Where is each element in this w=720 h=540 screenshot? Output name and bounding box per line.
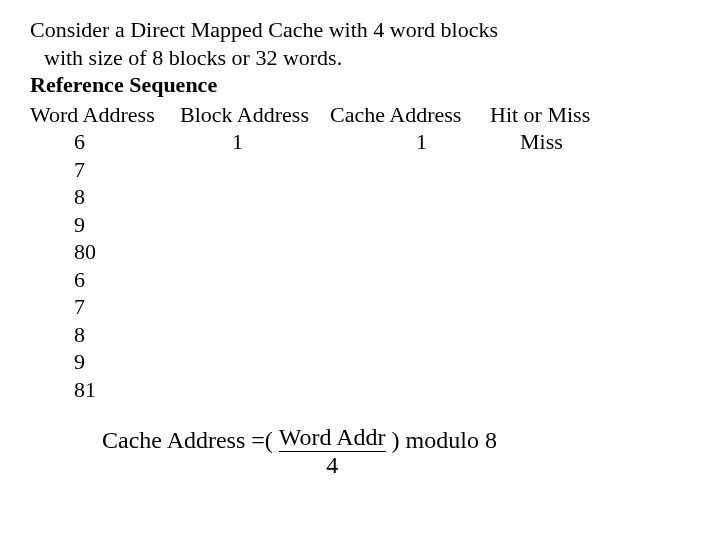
- cell-cache: [330, 156, 490, 184]
- cell-word: 7: [30, 293, 180, 321]
- table-row: 81: [30, 376, 712, 404]
- formula-right: ) modulo 8: [386, 425, 497, 455]
- table-row: 9: [30, 348, 712, 376]
- cell-cache: 1: [330, 128, 490, 156]
- reference-table: Word Address Block Address Cache Address…: [30, 101, 712, 404]
- table-row: 80: [30, 238, 712, 266]
- cell-word: 80: [30, 238, 180, 266]
- cell-cache: [330, 376, 490, 404]
- intro-block: Consider a Direct Mapped Cache with 4 wo…: [30, 16, 712, 99]
- cell-word: 8: [30, 183, 180, 211]
- cell-block: 1: [180, 128, 330, 156]
- header-word-address: Word Address: [30, 101, 180, 129]
- header-block-address: Block Address: [180, 101, 330, 129]
- formula-denominator: 4: [326, 453, 338, 478]
- header-cache-address: Cache Address: [330, 101, 490, 129]
- header-hit-or-miss: Hit or Miss: [490, 101, 630, 129]
- cell-cache: [330, 348, 490, 376]
- table-header-row: Word Address Block Address Cache Address…: [30, 101, 712, 129]
- cell-block: [180, 266, 330, 294]
- cell-word: 7: [30, 156, 180, 184]
- cell-hit: [490, 238, 630, 266]
- table-row: 8: [30, 183, 712, 211]
- formula-left: Cache Address =(: [102, 425, 279, 455]
- cell-block: [180, 348, 330, 376]
- cell-cache: [330, 183, 490, 211]
- formula-fraction: Word Addr 4: [279, 425, 386, 478]
- cell-word: 81: [30, 376, 180, 404]
- cell-word: 6: [30, 266, 180, 294]
- cell-hit: [490, 293, 630, 321]
- cell-block: [180, 293, 330, 321]
- cell-hit: [490, 211, 630, 239]
- cell-word: 6: [30, 128, 180, 156]
- cell-block: [180, 156, 330, 184]
- cell-cache: [330, 293, 490, 321]
- cell-block: [180, 238, 330, 266]
- cell-cache: [330, 266, 490, 294]
- cell-hit: [490, 266, 630, 294]
- cell-hit: [490, 321, 630, 349]
- cell-block: [180, 183, 330, 211]
- cell-hit: [490, 348, 630, 376]
- cell-block: [180, 211, 330, 239]
- table-row: 9: [30, 211, 712, 239]
- table-row: 6: [30, 266, 712, 294]
- table-row: 6 1 1 Miss: [30, 128, 712, 156]
- cell-hit: [490, 156, 630, 184]
- formula-numerator: Word Addr: [279, 425, 386, 450]
- cell-word: 9: [30, 348, 180, 376]
- table-row: 8: [30, 321, 712, 349]
- table-row: 7: [30, 293, 712, 321]
- cell-block: [180, 321, 330, 349]
- cell-cache: [330, 321, 490, 349]
- cell-block: [180, 376, 330, 404]
- cell-word: 9: [30, 211, 180, 239]
- cell-word: 8: [30, 321, 180, 349]
- cell-hit: [490, 376, 630, 404]
- cache-address-formula: Cache Address =( Word Addr 4 ) modulo 8: [102, 425, 712, 478]
- cell-hit: Miss: [490, 128, 630, 156]
- intro-line-1: Consider a Direct Mapped Cache with 4 wo…: [30, 16, 712, 44]
- cell-hit: [490, 183, 630, 211]
- table-row: 7: [30, 156, 712, 184]
- cell-cache: [330, 238, 490, 266]
- cell-cache: [330, 211, 490, 239]
- intro-line-2: with size of 8 blocks or 32 words.: [30, 44, 712, 72]
- reference-sequence-heading: Reference Sequence: [30, 71, 712, 99]
